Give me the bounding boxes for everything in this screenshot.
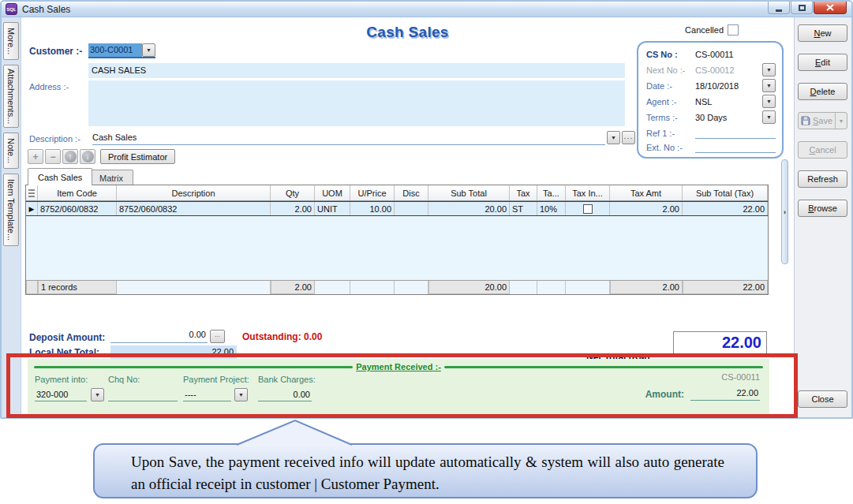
cell-tax-amt[interactable]: 2.00 [610, 202, 683, 215]
customer-code-value[interactable]: 300-C0001 [88, 43, 142, 57]
close-window-button[interactable] [814, 2, 847, 14]
arrow-down-icon: ↓ [82, 151, 94, 162]
tab-cash-sales[interactable]: Cash Sales [28, 168, 92, 185]
date-value[interactable]: 18/10/2018 [695, 81, 760, 91]
cell-description[interactable]: 8752/060/0832 [117, 202, 271, 215]
save-main: Save [799, 113, 836, 129]
agent-row: Agent :- NSL ▼ [646, 95, 776, 108]
agent-label: Agent :- [646, 97, 695, 106]
description-dropdown-button[interactable]: ▼ [607, 131, 620, 144]
sidebar-tab-item-template[interactable]: Item Template... [3, 174, 19, 246]
column-header-description[interactable]: Description [117, 185, 271, 200]
row-indicator-icon: ▶ [29, 205, 35, 213]
terms-label: Terms :- [646, 113, 695, 122]
save-split: Save ▼ [799, 113, 847, 129]
cell-qty[interactable]: 2.00 [271, 202, 315, 215]
ellipsis-icon: ··· [624, 134, 634, 142]
add-row-button[interactable]: + [28, 149, 43, 164]
deposit-ellipsis-button[interactable]: ··· [210, 330, 225, 343]
refresh-button-label: Refresh [799, 174, 847, 184]
remove-row-button[interactable]: − [45, 149, 61, 164]
deposit-amount-field[interactable]: 0.00 [110, 330, 208, 343]
column-header-tax-amt[interactable]: Tax Amt [610, 185, 683, 200]
refresh-button[interactable]: Refresh [798, 170, 847, 188]
agent-value[interactable]: NSL [695, 97, 760, 106]
save-button[interactable]: Save ▼ [798, 112, 847, 129]
ext-no-field[interactable] [695, 141, 776, 153]
column-header-tax[interactable]: Tax [510, 185, 537, 200]
agent-dropdown-button[interactable]: ▼ [762, 95, 776, 108]
panel-splitter[interactable]: › [781, 159, 788, 264]
column-header-subtotal-tax[interactable]: Sub Total (Tax) [683, 185, 768, 200]
new-button[interactable]: New [798, 24, 847, 42]
move-down-button[interactable]: ↓ [80, 149, 95, 164]
tab-matrix[interactable]: Matrix [89, 170, 133, 185]
description-field[interactable]: Cash Sales [92, 133, 605, 145]
cell-disc[interactable] [395, 202, 428, 215]
address-field[interactable] [88, 80, 625, 126]
customer-combobox[interactable]: 300-C0001 ▼ [88, 43, 155, 58]
cell-uprice[interactable]: 10.00 [350, 202, 395, 215]
save-dropdown[interactable]: ▼ [836, 118, 847, 124]
table-row[interactable]: ▶ 8752/060/0832 8752/060/0832 2.00 UNIT … [26, 201, 768, 216]
close-button[interactable]: Close [798, 390, 847, 408]
sidebar-tab-more[interactable]: More... [3, 22, 19, 60]
cell-uom[interactable]: UNIT [315, 202, 350, 215]
column-header-subtotal[interactable]: Sub Total [428, 185, 510, 200]
column-header-uom[interactable]: UOM [315, 185, 350, 200]
callout-pointer [235, 419, 354, 446]
grid-selector-header[interactable] [26, 185, 38, 200]
chevron-down-icon: ▼ [839, 118, 844, 124]
browse-button[interactable]: Browse [798, 200, 847, 217]
next-no-dropdown-button[interactable]: ▼ [762, 63, 776, 77]
date-label: Date :- [646, 81, 695, 91]
chevron-down-icon: ▼ [766, 83, 772, 88]
column-header-qty[interactable]: Qty [271, 185, 315, 200]
tax-inclusive-checkbox[interactable] [583, 204, 593, 214]
description-ellipsis-button[interactable]: ··· [622, 131, 635, 144]
footer-spacer [510, 281, 537, 294]
save-icon [801, 116, 810, 125]
annotation-highlight-box [6, 353, 798, 418]
minimize-button[interactable] [768, 2, 790, 14]
cell-tax[interactable]: ST [510, 202, 537, 215]
plus-icon: + [32, 151, 38, 162]
cell-subtotal-tax[interactable]: 22.00 [683, 202, 768, 215]
browse-button-label: Browse [799, 203, 847, 213]
customer-dropdown-button[interactable]: ▼ [142, 43, 155, 57]
close-button-label: Close [799, 394, 847, 404]
sidebar-tab-note[interactable]: Note... [3, 133, 19, 169]
cs-no-value: CS-00011 [695, 50, 776, 59]
column-header-uprice[interactable]: U/Price [350, 185, 395, 200]
column-header-tax-rate[interactable]: Ta... [537, 185, 566, 200]
delete-button[interactable]: Delete [798, 83, 847, 100]
footer-indicator-cell [26, 281, 38, 294]
column-header-item-code[interactable]: Item Code [38, 185, 117, 200]
page-title: Cash Sales [21, 24, 794, 41]
date-dropdown-button[interactable]: ▼ [762, 79, 776, 92]
grid-footer-row: 1 records 2.00 20.00 2.00 22.00 [26, 280, 768, 294]
column-header-tax-inclusive[interactable]: Tax In... [566, 185, 610, 200]
terms-value[interactable]: 30 Days [695, 113, 760, 122]
annotation-callout: Upon Save, the payment received info wil… [93, 443, 758, 498]
maximize-button[interactable] [791, 2, 813, 14]
edit-button[interactable]: Edit [798, 54, 847, 71]
chevron-down-icon: ▼ [611, 135, 616, 140]
profit-estimator-button[interactable]: Profit Estimator [100, 149, 175, 164]
cell-tax-rate[interactable]: 10% [537, 202, 566, 215]
terms-row: Terms :- 30 Days ▼ [646, 110, 776, 124]
cancel-button[interactable]: Cancel [798, 141, 847, 159]
customer-label: Customer :- [29, 46, 82, 57]
cell-subtotal[interactable]: 20.00 [428, 202, 510, 215]
document-info-box: CS No : CS-00011 Next No :- CS-00012 ▼ D… [637, 41, 784, 159]
terms-dropdown-button[interactable]: ▼ [762, 110, 776, 124]
cell-item-code[interactable]: 8752/060/0832 [38, 202, 117, 215]
sidebar-tab-attachments[interactable]: Attachments... [3, 65, 19, 128]
maximize-icon [799, 5, 806, 11]
ref1-field[interactable] [695, 127, 776, 139]
new-button-label: New [799, 28, 847, 38]
cancelled-checkbox[interactable] [728, 24, 739, 35]
customer-name-field[interactable]: CASH SALES [88, 63, 625, 78]
move-up-button[interactable]: ↑ [62, 149, 78, 164]
column-header-disc[interactable]: Disc [395, 185, 428, 200]
